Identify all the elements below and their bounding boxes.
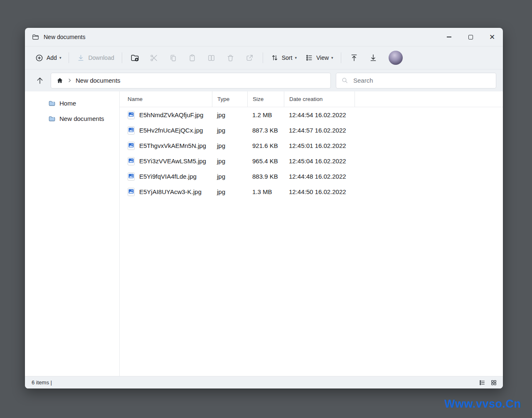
upload-file-button[interactable] [345, 49, 364, 66]
file-table: Name Type Size Date creation E5hNmdZVkAQ… [120, 91, 503, 376]
file-row[interactable]: E5hNmdZVkAQfjuF.jpg jpg 1.2 MB 12:44:54 … [120, 107, 503, 123]
sidebar: Home New documents [25, 91, 120, 376]
file-type-cell: jpg [212, 127, 247, 134]
file-name: E5Yi3zVVEAwLSM5.jpg [139, 157, 206, 165]
file-type-cell: jpg [212, 111, 247, 118]
toolbar: Add ▾ Download [25, 46, 503, 69]
download-selected-button[interactable]: Download [72, 50, 118, 66]
list-view-icon [305, 54, 313, 62]
add-button[interactable]: Add ▾ [31, 50, 65, 66]
close-icon: ✕ [489, 34, 495, 41]
file-row[interactable]: E5Yi3zVVEAwLSM5.jpg jpg 965.4 KB 12:45:0… [120, 153, 503, 169]
copy-icon [169, 54, 177, 62]
file-date-cell: 12:45:04 16.02.2022 [284, 157, 355, 165]
image-file-icon [128, 126, 135, 135]
rename-button[interactable] [202, 49, 221, 66]
toolbar-divider [122, 52, 122, 63]
cut-button[interactable] [145, 49, 164, 66]
search-icon [341, 77, 348, 84]
image-file-icon [128, 188, 135, 196]
sidebar-item-home[interactable]: Home [25, 96, 119, 111]
column-header-size[interactable]: Size [247, 91, 284, 107]
file-name: E5Hv2fnUcAEjQCx.jpg [139, 127, 203, 134]
view-button[interactable]: View ▾ [301, 50, 337, 65]
file-name-cell: E5hNmdZVkAQfjuF.jpg [120, 111, 212, 119]
copy-button[interactable] [164, 49, 183, 66]
chevron-down-icon: ▾ [331, 56, 333, 60]
download-tray-icon [369, 53, 378, 62]
sort-button[interactable]: Sort ▾ [266, 50, 301, 65]
file-date-cell: 12:44:48 16.02.2022 [284, 173, 355, 180]
search-input[interactable] [353, 77, 491, 84]
file-name-cell: E5YjAI8UYAcw3-K.jpg [120, 188, 212, 196]
file-size-cell: 883.9 KB [247, 173, 284, 180]
view-button-label: View [316, 54, 329, 61]
download-file-button[interactable] [364, 49, 383, 66]
table-header: Name Type Size Date creation [120, 91, 503, 107]
maximize-button[interactable] [460, 28, 481, 46]
share-icon [245, 54, 254, 62]
user-avatar[interactable] [389, 51, 403, 65]
minimize-button[interactable] [438, 28, 460, 46]
file-size-cell: 921.6 KB [247, 142, 284, 149]
new-folder-icon [130, 53, 140, 63]
file-date-cell: 12:44:54 16.02.2022 [284, 111, 355, 118]
upload-icon [350, 53, 359, 62]
toolbar-divider [69, 52, 69, 63]
grid-view-toggle[interactable] [490, 379, 498, 387]
file-name-cell: E5ThgvxVkAEMn5N.jpg [120, 142, 212, 150]
folder-icon [32, 33, 39, 41]
breadcrumb-current-folder[interactable]: New documents [76, 77, 121, 84]
delete-button[interactable] [221, 49, 240, 66]
column-header-name[interactable]: Name [120, 91, 212, 107]
file-date-cell: 12:44:57 16.02.2022 [284, 127, 355, 134]
open-book-icon [207, 54, 216, 62]
file-size-cell: 887.3 KB [247, 127, 284, 134]
sidebar-item-label: New documents [59, 115, 104, 122]
sidebar-item-new-documents[interactable]: New documents [25, 111, 119, 126]
share-button[interactable] [240, 49, 259, 66]
file-size-cell: 965.4 KB [247, 157, 284, 165]
column-header-type[interactable]: Type [212, 91, 247, 107]
breadcrumb: New documents [51, 73, 331, 89]
file-type-cell: jpg [212, 157, 247, 165]
file-size-cell: 1.3 MB [247, 188, 284, 195]
blue-folder-icon [48, 100, 56, 107]
search-box [336, 73, 496, 89]
grid-view-icon [490, 379, 497, 386]
file-row[interactable]: E5Yi9fqVIA4fLde.jpg jpg 883.9 KB 12:44:4… [120, 169, 503, 184]
paste-button[interactable] [183, 49, 202, 66]
file-name-cell: E5Hv2fnUcAEjQCx.jpg [120, 126, 212, 135]
paste-icon [188, 54, 197, 62]
file-date-cell: 12:44:50 16.02.2022 [284, 188, 355, 195]
sidebar-item-label: Home [59, 100, 76, 107]
toolbar-divider [263, 52, 263, 63]
file-row[interactable]: E5YjAI8UYAcw3-K.jpg jpg 1.3 MB 12:44:50 … [120, 184, 503, 199]
file-size-cell: 1.2 MB [247, 111, 284, 118]
chevron-down-icon: ▾ [295, 56, 297, 60]
watermark-text: Www.vvso.Cn [444, 398, 521, 411]
new-folder-button[interactable] [126, 49, 145, 66]
file-list: E5hNmdZVkAQfjuF.jpg jpg 1.2 MB 12:44:54 … [120, 107, 503, 376]
file-name-cell: E5Yi9fqVIA4fLde.jpg [120, 172, 212, 181]
file-manager-window: New documents ✕ Add ▾ Download [25, 28, 503, 388]
column-header-date-creation[interactable]: Date creation [284, 91, 355, 107]
close-button[interactable]: ✕ [481, 28, 503, 46]
items-count: 6 items | [32, 379, 52, 386]
file-row[interactable]: E5Hv2fnUcAEjQCx.jpg jpg 887.3 KB 12:44:5… [120, 123, 503, 138]
file-row[interactable]: E5ThgvxVkAEMn5N.jpg jpg 921.6 KB 12:45:0… [120, 138, 503, 153]
file-type-cell: jpg [212, 142, 247, 149]
plus-circle-icon [35, 54, 44, 62]
navigate-up-button[interactable] [32, 73, 47, 88]
home-icon[interactable] [56, 77, 64, 84]
toolbar-divider [341, 52, 341, 63]
sort-arrows-icon [271, 54, 279, 62]
trash-icon [226, 54, 235, 62]
column-header-spacer [355, 91, 503, 107]
file-type-cell: jpg [212, 188, 247, 195]
maximize-icon [468, 35, 473, 39]
statusbar: 6 items | [25, 376, 503, 388]
list-view-toggle[interactable] [478, 379, 486, 387]
chevron-right-icon [67, 78, 72, 83]
file-name: E5YjAI8UYAcw3-K.jpg [139, 188, 202, 195]
